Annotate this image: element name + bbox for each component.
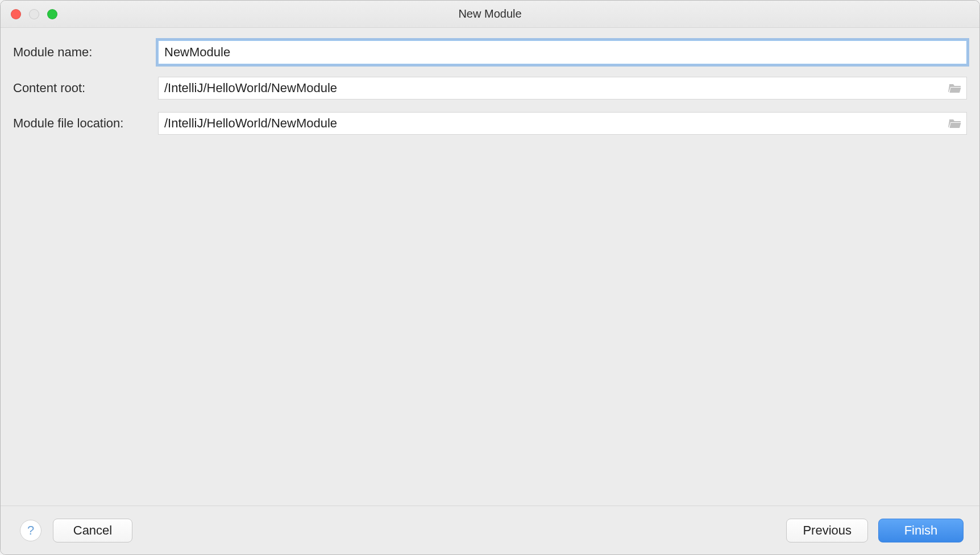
content-root-input[interactable] bbox=[158, 77, 967, 100]
help-button[interactable]: ? bbox=[20, 520, 41, 541]
close-icon[interactable] bbox=[11, 9, 21, 19]
module-name-input-wrap bbox=[158, 40, 967, 64]
window-controls bbox=[11, 9, 57, 19]
label-content-root: Content root: bbox=[13, 81, 158, 96]
zoom-icon[interactable] bbox=[47, 9, 57, 19]
window-title: New Module bbox=[1, 7, 979, 20]
minimize-icon bbox=[29, 9, 39, 19]
label-module-file-location: Module file location: bbox=[13, 116, 158, 131]
module-file-location-input-wrap bbox=[158, 112, 967, 135]
row-module-file-location: Module file location: bbox=[13, 112, 967, 135]
previous-button-label: Previous bbox=[803, 523, 852, 538]
finish-button-label: Finish bbox=[904, 523, 938, 538]
module-name-input[interactable] bbox=[158, 40, 967, 64]
folder-open-icon bbox=[948, 83, 962, 93]
titlebar: New Module bbox=[1, 1, 979, 28]
browse-module-file-location-button[interactable] bbox=[946, 117, 964, 130]
folder-open-icon bbox=[948, 118, 962, 129]
cancel-button-label: Cancel bbox=[73, 523, 112, 538]
dialog-footer: ? Cancel Previous Finish bbox=[1, 506, 979, 554]
row-content-root: Content root: bbox=[13, 77, 967, 100]
new-module-dialog: New Module Module name: Content root: Mo… bbox=[0, 0, 980, 555]
previous-button[interactable]: Previous bbox=[786, 519, 868, 542]
form-content: Module name: Content root: Module file l… bbox=[1, 28, 979, 506]
finish-button[interactable]: Finish bbox=[878, 519, 964, 542]
help-icon: ? bbox=[27, 523, 34, 538]
label-module-name: Module name: bbox=[13, 45, 158, 60]
row-module-name: Module name: bbox=[13, 40, 967, 64]
content-root-input-wrap bbox=[158, 77, 967, 100]
browse-content-root-button[interactable] bbox=[946, 81, 964, 95]
module-file-location-input[interactable] bbox=[158, 112, 967, 135]
cancel-button[interactable]: Cancel bbox=[53, 519, 132, 542]
